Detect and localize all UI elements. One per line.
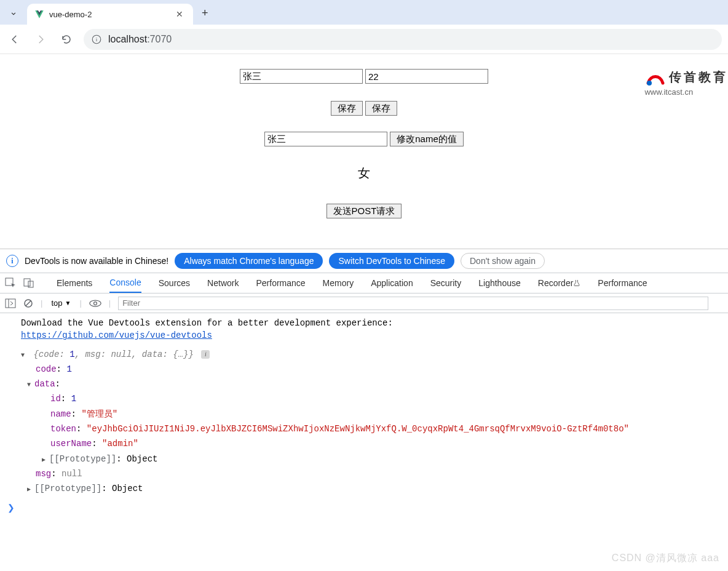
prop-msg: msg: null (21, 466, 728, 481)
console-prompt[interactable]: ❯ (0, 500, 728, 513)
tab-bar: vue-demo-2 ✕ + (0, 0, 728, 25)
logo-cn: 传首教育 (669, 70, 728, 84)
tab-performance[interactable]: Performance (256, 273, 305, 293)
close-icon[interactable]: ✕ (173, 8, 186, 20)
browser-tab[interactable]: vue-demo-2 ✕ (27, 4, 193, 25)
watermark: CSDN @清风微凉 aaa (612, 552, 719, 565)
name2-input[interactable] (264, 132, 387, 146)
browser-chrome: vue-demo-2 ✕ + i localhost:7070 (0, 0, 728, 54)
tab-network[interactable]: Network (207, 273, 239, 293)
vue-devtools-link[interactable]: https://github.com/vuejs/vue-devtools (21, 330, 212, 340)
logo-corner: 传首教育 www.itcast.cn (644, 69, 728, 97)
console-output: Download the Vue Devtools extension for … (0, 313, 728, 500)
svg-point-10 (90, 300, 101, 306)
svg-point-11 (93, 301, 97, 305)
clear-console-icon[interactable] (23, 298, 33, 308)
always-match-button[interactable]: Always match Chrome's language (175, 253, 323, 269)
svg-text:i: i (96, 36, 98, 42)
tab-sources[interactable]: Sources (159, 273, 190, 293)
back-button[interactable] (6, 31, 23, 48)
svg-point-2 (647, 81, 652, 86)
save-button-1[interactable]: 保存 (331, 101, 363, 116)
console-toolbar: | top ▼ | | (0, 293, 728, 313)
toggle-sidebar-icon[interactable] (5, 298, 16, 309)
new-tab-button[interactable]: + (198, 6, 212, 21)
prop-username: userName: "admin" (21, 436, 728, 451)
swirl-icon (644, 71, 667, 88)
inspect-icon[interactable] (5, 278, 16, 289)
prop-data[interactable]: ▼data: (14, 377, 728, 391)
reload-icon (61, 34, 72, 45)
page-content: 传首教育 www.itcast.cn 保存 保存 修改name的值 女 发送PO… (0, 69, 728, 249)
filter-input[interactable] (118, 297, 708, 310)
prop-proto-outer[interactable]: ▶[[Prototype]]: Object (14, 481, 728, 496)
logo-url: www.itcast.cn (644, 87, 693, 97)
context-selector[interactable]: top ▼ (50, 297, 72, 309)
url-box[interactable]: i localhost:7070 (84, 29, 722, 50)
save-button-2[interactable]: 保存 (365, 101, 397, 116)
object-summary[interactable]: ▼ {code: 1, msg: null, data: {…}} i (21, 347, 728, 362)
prop-id: id: 1 (21, 391, 728, 406)
tab-memory[interactable]: Memory (323, 273, 354, 293)
tabs-dropdown-button[interactable] (5, 5, 22, 22)
chevron-down-icon (9, 9, 18, 18)
name-input[interactable] (240, 69, 363, 84)
flask-icon (573, 279, 580, 287)
gender-text: 女 (0, 165, 728, 182)
prop-name: name: "管理员" (21, 407, 728, 421)
device-icon[interactable] (23, 278, 34, 289)
info-icon: i (6, 255, 18, 267)
console-message: Download the Vue Devtools extension for … (21, 317, 728, 342)
tab-recorder[interactable]: Recorder (538, 273, 581, 293)
prop-token: token: "eyJhbGciOiJIUzI1NiJ9.eyJlbXBJZCI… (21, 421, 728, 436)
tab-lighthouse[interactable]: Lighthouse (478, 273, 521, 293)
tab-performance-2[interactable]: Performance (598, 273, 647, 293)
switch-chinese-button[interactable]: Switch DevTools to Chinese (329, 253, 454, 269)
live-expression-icon[interactable] (89, 299, 101, 308)
prop-proto-inner[interactable]: ▶[[Prototype]]: Object (14, 452, 728, 466)
devtools-tabs: Elements Console Sources Network Perform… (0, 273, 728, 293)
send-post-button[interactable]: 发送POST请求 (326, 204, 402, 218)
tab-elements[interactable]: Elements (57, 273, 92, 293)
age-input[interactable] (365, 69, 488, 84)
arrow-left-icon (9, 34, 20, 45)
svg-line-9 (26, 301, 31, 306)
arrow-right-icon (35, 34, 46, 45)
info-icon: i (91, 34, 102, 45)
tab-title: vue-demo-2 (49, 10, 168, 19)
url-text: localhost:7070 (108, 34, 172, 45)
forward-button[interactable] (32, 31, 49, 48)
devtools-language-banner: i DevTools is now available in Chinese! … (0, 249, 728, 273)
banner-text: DevTools is now available in Chinese! (25, 256, 168, 266)
address-bar: i localhost:7070 (0, 25, 728, 54)
info-badge-icon[interactable]: i (201, 350, 210, 359)
prop-code: code: 1 (21, 362, 728, 377)
dont-show-again-button[interactable]: Don't show again (461, 253, 545, 269)
tab-console[interactable]: Console (109, 273, 141, 293)
svg-rect-6 (6, 299, 15, 308)
reload-button[interactable] (58, 31, 75, 48)
svg-rect-4 (24, 279, 30, 286)
vue-icon (34, 9, 44, 19)
tab-application[interactable]: Application (371, 273, 413, 293)
tab-security[interactable]: Security (430, 273, 462, 293)
modify-name-button[interactable]: 修改name的值 (390, 132, 464, 146)
